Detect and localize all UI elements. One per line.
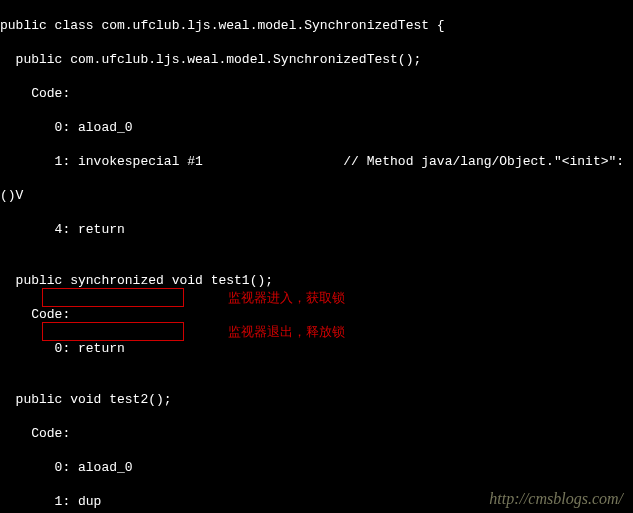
code-line: 4: return — [0, 221, 633, 238]
code-line: ()V — [0, 187, 633, 204]
code-line: public synchronized void test1(); — [0, 272, 633, 289]
code-line: 1: invokespecial #1 // Method java/lang/… — [0, 153, 633, 170]
code-line: 0: return — [0, 340, 633, 357]
code-line: Code: — [0, 85, 633, 102]
code-line: 0: aload_0 — [0, 119, 633, 136]
code-line: 0: aload_0 — [0, 459, 633, 476]
code-line: public void test2(); — [0, 391, 633, 408]
bytecode-output: public class com.ufclub.ljs.weal.model.S… — [0, 0, 633, 513]
code-line: Code: — [0, 306, 633, 323]
watermark-text: http://cmsblogs.com/ — [489, 490, 623, 507]
code-line: public class com.ufclub.ljs.weal.model.S… — [0, 17, 633, 34]
code-line: public com.ufclub.ljs.weal.model.Synchro… — [0, 51, 633, 68]
code-line: Code: — [0, 425, 633, 442]
